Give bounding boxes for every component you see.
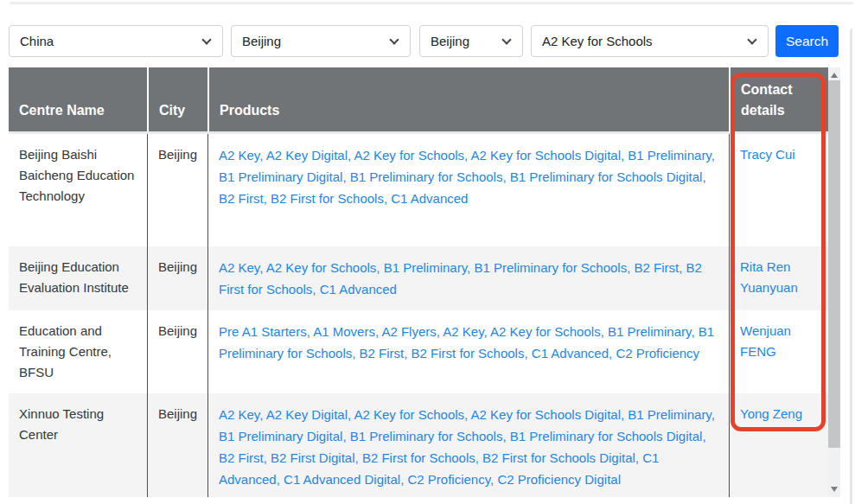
column-header-contact-details: Contact details — [729, 67, 828, 131]
table-row: Education and Training Centre, BFSUBeiji… — [9, 310, 828, 393]
right-edge-divider — [850, 29, 852, 504]
product-link[interactable]: A2 Key for Schools, — [266, 260, 380, 275]
search-button[interactable]: Search — [775, 25, 839, 57]
product-select[interactable]: A2 Key for Schools — [531, 25, 769, 57]
product-link[interactable]: A2 Key for Schools Digital, — [471, 407, 625, 422]
product-link[interactable]: B2 First for Schools, — [362, 450, 479, 465]
country-select-value: China — [20, 34, 54, 48]
product-link[interactable]: A1 Movers, — [313, 324, 379, 339]
product-link[interactable]: B1 Preliminary, — [628, 407, 715, 422]
table-row: Beijing Baishi Baicheng Education Techno… — [9, 134, 828, 246]
filter-bar: China Beijing Beijing A2 Key for Schools… — [9, 25, 839, 57]
product-link[interactable]: B2 First, — [635, 260, 683, 275]
products-cell: Pre A1 Starters, A1 Movers, A2 Flyers, A… — [207, 310, 729, 393]
product-link[interactable]: B1 Preliminary for Schools, — [350, 169, 507, 184]
product-link[interactable]: A2 Key for Schools, — [354, 148, 469, 163]
product-link[interactable]: B2 First for Schools Digital, — [482, 450, 639, 465]
product-select-value: A2 Key for Schools — [542, 34, 653, 48]
product-link[interactable]: A2 Key, — [443, 324, 487, 339]
product-link[interactable]: A2 Key Digital, — [266, 407, 351, 422]
contact-link[interactable]: Wenjuan FENG — [740, 323, 791, 359]
table-body: Beijing Baishi Baicheng Education Techno… — [9, 134, 828, 497]
chevron-down-icon — [201, 35, 211, 44]
results-table: Centre Name City Products Contact detail… — [9, 67, 840, 497]
contact-cell: Wenjuan FENG — [729, 310, 828, 393]
product-link[interactable]: C2 Proficiency — [616, 346, 699, 360]
product-link[interactable]: B2 First, — [360, 346, 408, 360]
product-link[interactable]: A2 Key for Schools, — [490, 324, 604, 339]
product-link[interactable]: C1 Advanced — [391, 191, 468, 206]
product-link[interactable]: A2 Key for Schools, — [354, 407, 469, 422]
contact-link[interactable]: Rita Ren Yuanyuan — [740, 259, 798, 295]
contact-link[interactable]: Yong Zeng — [740, 406, 802, 421]
contact-link[interactable]: Tracy Cui — [740, 147, 795, 162]
top-divider — [10, 2, 853, 4]
scrollbar-thumb[interactable] — [828, 80, 840, 448]
product-link[interactable]: C2 Proficiency Digital — [497, 472, 621, 487]
chevron-down-icon — [501, 35, 511, 44]
product-link[interactable]: C2 Proficiency, — [407, 472, 494, 487]
scroll-up-icon[interactable] — [831, 73, 838, 78]
region-select-value: Beijing — [242, 34, 281, 48]
city-cell: Beijing — [147, 393, 207, 497]
product-link[interactable]: B1 Preliminary for Schools Digital, — [510, 429, 706, 443]
products-cell: A2 Key, A2 Key Digital, A2 Key for Schoo… — [207, 393, 729, 497]
product-link[interactable]: A2 Key, — [219, 260, 263, 275]
product-link[interactable]: A2 Key for Schools Digital, — [471, 148, 625, 163]
product-link[interactable]: B2 First, — [219, 191, 267, 206]
product-link[interactable]: A2 Key Digital, — [266, 148, 351, 163]
product-link[interactable]: B2 First for Schools, — [412, 346, 528, 360]
products-cell: A2 Key, A2 Key for Schools, B1 Prelimina… — [207, 246, 729, 310]
table-row: Beijing Education Evaluation InstituteBe… — [9, 246, 828, 310]
contact-cell: Tracy Cui — [729, 134, 828, 246]
centre-name-cell: Beijing Baishi Baicheng Education Techno… — [9, 134, 147, 246]
product-link[interactable]: B1 Preliminary for Schools, — [350, 429, 507, 443]
product-link[interactable]: B1 Preliminary for Schools Digital, — [510, 169, 706, 184]
chevron-down-icon — [389, 35, 399, 44]
table-header-row: Centre Name City Products Contact detail… — [9, 67, 828, 134]
product-link[interactable]: B2 First for Schools, — [271, 191, 387, 206]
city-cell: Beijing — [147, 246, 207, 310]
product-link[interactable]: B2 First, — [219, 450, 267, 465]
results-table-content: Centre Name City Products Contact detail… — [9, 67, 828, 497]
product-link[interactable]: B1 Preliminary Digital, — [219, 429, 347, 443]
product-link[interactable]: C1 Advanced — [320, 282, 397, 297]
contact-cell: Yong Zeng — [729, 393, 828, 497]
country-select[interactable]: China — [9, 25, 223, 57]
product-link[interactable]: B1 Preliminary, — [628, 148, 715, 163]
product-link[interactable]: B1 Preliminary for Schools, — [474, 260, 630, 275]
centre-name-cell: Education and Training Centre, BFSU — [9, 310, 147, 393]
city-select[interactable]: Beijing — [419, 25, 523, 57]
scroll-down-icon[interactable] — [831, 487, 838, 492]
product-link[interactable]: B1 Preliminary Digital, — [219, 169, 347, 184]
product-link[interactable]: Pre A1 Starters, — [219, 324, 310, 339]
chevron-down-icon — [747, 35, 756, 44]
product-link[interactable]: C1 Advanced Digital, — [284, 472, 404, 487]
product-link[interactable]: A2 Key, — [219, 407, 263, 422]
centre-name-cell: Beijing Education Evaluation Institute — [9, 246, 147, 310]
product-link[interactable]: A2 Key, — [219, 148, 263, 163]
column-header-products: Products — [207, 67, 729, 131]
product-link[interactable]: B1 Preliminary, — [384, 260, 471, 275]
centre-name-cell: Xinnuo Testing Center — [9, 393, 147, 497]
table-row: Xinnuo Testing CenterBeijingA2 Key, A2 K… — [9, 393, 828, 497]
city-cell: Beijing — [147, 310, 207, 393]
column-header-centre-name: Centre Name — [9, 100, 147, 131]
product-link[interactable]: B1 Preliminary, — [608, 324, 695, 339]
product-link[interactable]: A2 Flyers, — [381, 324, 440, 339]
table-scrollbar[interactable] — [828, 67, 840, 497]
products-cell: A2 Key, A2 Key Digital, A2 Key for Schoo… — [207, 134, 729, 246]
region-select[interactable]: Beijing — [231, 25, 411, 57]
city-select-value: Beijing — [431, 34, 469, 48]
column-header-city: City — [147, 67, 207, 131]
product-link[interactable]: C1 Advanced, — [532, 346, 612, 360]
centre-search-page: China Beijing Beijing A2 Key for Schools… — [0, 0, 855, 504]
city-cell: Beijing — [147, 134, 207, 246]
contact-cell: Rita Ren Yuanyuan — [729, 246, 828, 310]
product-link[interactable]: B2 First Digital, — [271, 450, 359, 465]
